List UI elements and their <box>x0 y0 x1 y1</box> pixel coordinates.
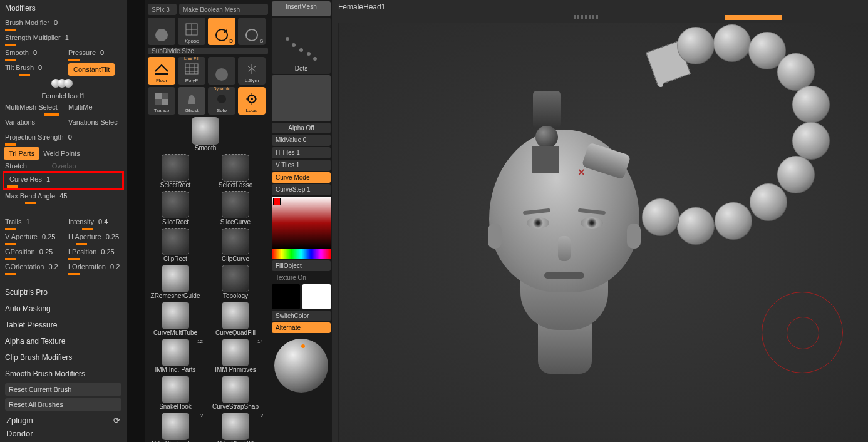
sphere-toggle[interactable] <box>148 18 175 45</box>
projection-strength-slider[interactable]: Projection Strength 0 <box>0 131 127 146</box>
brush-curvequadfill[interactable]: CurveQuadFill <box>205 301 266 337</box>
refresh-icon[interactable]: ⟳ <box>113 416 120 425</box>
s-mode-toggle[interactable]: S <box>238 18 266 45</box>
h-aperture-slider[interactable]: H Aperture 0.25 <box>63 230 127 245</box>
midvalue-slider[interactable]: MidValue 0 <box>272 135 331 146</box>
brush-cliprect[interactable]: ClipRect <box>145 227 205 264</box>
brush-orb-slash02[interactable]: ?Orb_Slash02 <box>205 411 266 442</box>
canvas-area: FemaleHead1 × <box>332 0 868 442</box>
brush-snakehook[interactable]: SnakeHook <box>145 374 205 411</box>
brush-imm-ind-parts[interactable]: 12IMM Ind. Parts <box>145 337 205 374</box>
insert-mesh-sphere <box>535 126 558 148</box>
svg-point-12 <box>215 68 228 81</box>
strength-multiplier-slider[interactable]: Strength Multiplier 1 <box>0 31 127 46</box>
brush-curvemultitube[interactable]: CurveMultiTube <box>145 301 205 337</box>
reset-current-brush-button[interactable]: Reset Current Brush <box>5 383 121 396</box>
curve-sphere <box>792 122 830 160</box>
floor-toggle[interactable]: Floor <box>148 57 175 85</box>
spix-slider[interactable]: SPix 3 <box>148 4 177 15</box>
reset-all-brushes-button[interactable]: Reset All Brushes <box>5 398 121 411</box>
draw-mode-toggle[interactable]: D <box>208 18 235 45</box>
timeline-scrollbar[interactable] <box>337 15 863 20</box>
curve-mode-button[interactable]: Curve Mode <box>272 172 331 183</box>
polyf-toggle[interactable]: Line FillPolyF <box>178 57 205 85</box>
clip-brush-modifiers-section[interactable]: Clip Brush Modifiers <box>0 349 127 366</box>
color-swatches[interactable] <box>272 284 331 309</box>
brush-imm-primitives[interactable]: 14IMM Primitives <box>205 337 266 374</box>
svg-rect-7 <box>185 64 198 74</box>
curve-res-slider[interactable]: Curve Res 1 <box>4 173 122 188</box>
lorientation-slider[interactable]: LOrientation 0.2 <box>63 260 127 275</box>
alpha-thumbnail[interactable] <box>272 75 331 121</box>
svg-point-0 <box>155 29 168 41</box>
auto-masking-section[interactable]: Auto Masking <box>0 301 127 317</box>
constant-tilt-button[interactable]: ConstantTilt <box>68 63 115 76</box>
intensity-slider[interactable]: Intensity 0.4 <box>63 215 127 230</box>
weld-points-button[interactable]: Weld Points <box>43 147 80 160</box>
switchcolor-button[interactable]: SwitchColor <box>272 311 331 321</box>
brush-selectrect[interactable]: SelectRect <box>145 153 205 190</box>
curve-sphere <box>642 198 679 236</box>
sphere2-toggle[interactable] <box>208 57 235 85</box>
fillobject-button[interactable]: FillObject <box>272 260 331 271</box>
smooth-slider[interactable]: Smooth 0 <box>0 46 63 61</box>
gposition-slider[interactable]: GPosition 0.25 <box>0 245 63 260</box>
make-boolean-mesh-button[interactable]: Make Boolean Mesh <box>179 4 268 15</box>
tool-palette: SPix 3 Make Boolean Mesh Xpose D S SubDi… <box>145 0 271 442</box>
tilt-brush-slider[interactable]: Tilt Brush 0 <box>0 61 65 76</box>
modifiers-header: Modifiers <box>0 0 127 16</box>
curvestep-slider[interactable]: CurveStep 1 <box>272 184 331 195</box>
zplugin-section[interactable]: Zplugin <box>6 416 33 425</box>
tablet-pressure-section[interactable]: Tablet Pressure <box>0 317 127 333</box>
vertical-scrollbar[interactable] <box>127 0 145 442</box>
local-toggle[interactable]: Local <box>238 87 266 115</box>
solo-toggle[interactable]: DynamicSolo <box>208 87 235 115</box>
stroke-type-dots[interactable]: Dots <box>272 18 331 74</box>
stretch-button[interactable]: Stretch <box>5 162 27 170</box>
alpha-texture-section[interactable]: Alpha and Texture <box>0 333 127 349</box>
viewport-3d[interactable]: × <box>338 23 868 442</box>
dots-icon <box>282 34 320 65</box>
sculptris-pro-section[interactable]: Sculptris Pro <box>0 284 127 301</box>
max-bend-angle-slider[interactable]: Max Bend Angle 45 <box>0 190 127 205</box>
gorientation-slider[interactable]: GOrientation 0.2 <box>0 260 63 275</box>
brush-zremesherguide[interactable]: ZRemesherGuide <box>145 264 205 301</box>
alpha-off-button[interactable]: Alpha Off <box>272 123 331 133</box>
svg-point-25 <box>292 43 296 47</box>
ghost-toggle[interactable]: Ghost <box>178 87 205 115</box>
overlap-button[interactable]: Overlap <box>27 162 76 170</box>
xpose-toggle[interactable]: Xpose <box>178 18 205 45</box>
htiles-slider[interactable]: H Tiles 1 <box>272 147 331 158</box>
material-preview[interactable] <box>272 334 331 397</box>
brush-clipcurve[interactable]: ClipCurve <box>205 227 266 264</box>
svg-point-24 <box>286 37 289 41</box>
pressure-slider[interactable]: Pressure 0 <box>63 46 127 61</box>
trails-slider[interactable]: Trails 1 <box>0 215 63 230</box>
brush-curvestrapsnap[interactable]: CurveStrapSnap <box>205 374 266 411</box>
lsym-toggle[interactable]: L.Sym <box>238 57 266 85</box>
variations-slider[interactable]: Variations <box>0 116 63 131</box>
color-picker[interactable] <box>272 197 331 259</box>
brush-slicecurve[interactable]: SliceCurve <box>205 190 266 227</box>
head-mesh <box>470 105 658 367</box>
tri-parts-button[interactable]: Tri Parts <box>4 147 39 160</box>
alternate-button[interactable]: Alternate <box>272 322 331 333</box>
curve-sphere <box>750 183 787 221</box>
insertmesh-button[interactable]: InsertMesh <box>272 1 331 16</box>
brush-modifier-slider[interactable]: Brush Modifier 0 <box>0 16 127 31</box>
brush-smooth[interactable]: Smooth <box>145 116 266 153</box>
v-aperture-slider[interactable]: V Aperture 0.25 <box>0 230 63 245</box>
smooth-brush-modifiers-section[interactable]: Smooth Brush Modifiers <box>0 366 127 382</box>
multimesh-select-slider[interactable]: MultiMesh Select <box>0 101 63 116</box>
svg-point-17 <box>217 95 226 103</box>
brush-orb-slash-clean[interactable]: ?Orb_Slash_clean <box>145 411 205 442</box>
brush-selectlasso[interactable]: SelectLasso <box>205 153 266 190</box>
svg-point-26 <box>299 48 303 52</box>
render-section[interactable]: Dondor <box>6 429 33 438</box>
lposition-slider[interactable]: LPosition 0.25 <box>63 245 127 260</box>
transp-toggle[interactable]: Transp <box>148 87 175 115</box>
brush-preview[interactable]: FemaleHead1 <box>0 76 127 101</box>
brush-topology[interactable]: Topology <box>205 264 266 301</box>
vtiles-slider[interactable]: V Tiles 1 <box>272 160 331 171</box>
brush-slicerect[interactable]: SliceRect <box>145 190 205 227</box>
